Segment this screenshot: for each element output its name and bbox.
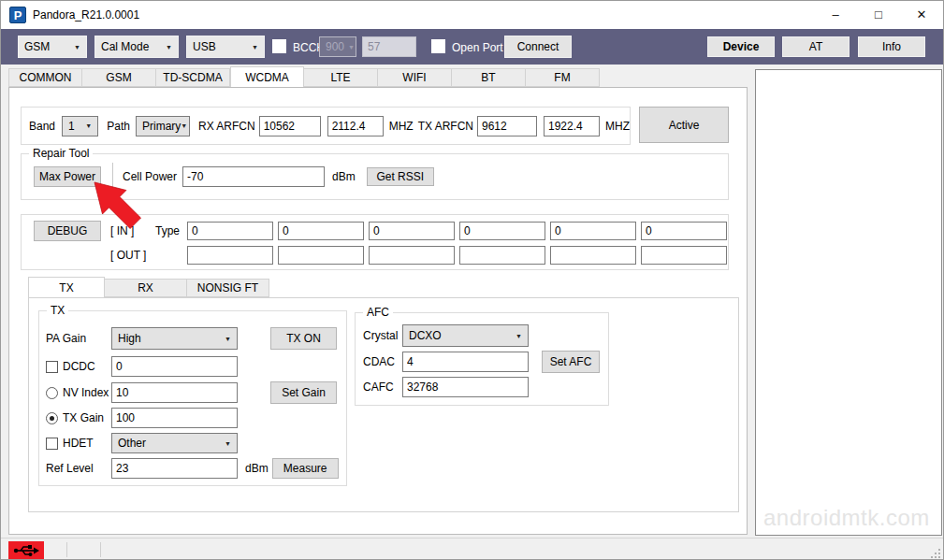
- tab-bt[interactable]: BT: [452, 68, 526, 87]
- ref-level-input[interactable]: [111, 458, 238, 479]
- set-afc-button[interactable]: Set AFC: [542, 351, 600, 373]
- chevron-down-icon: ▼: [166, 44, 172, 50]
- measure-button[interactable]: Measure: [272, 458, 339, 479]
- band-900-value: 900: [326, 40, 344, 53]
- tab-td-scdma[interactable]: TD-SCDMA: [156, 68, 230, 87]
- bcch-checkbox[interactable]: [272, 39, 286, 53]
- channel-field: 57: [362, 36, 416, 57]
- log-panel: androidmtk.com: [755, 69, 942, 536]
- connect-button[interactable]: Connect: [504, 36, 572, 58]
- get-rssi-button[interactable]: Get RSSI: [367, 167, 434, 186]
- hdet-checkbox[interactable]: [46, 438, 58, 450]
- tab-wifi[interactable]: WIFI: [378, 68, 452, 87]
- path-value: Primary: [142, 120, 181, 133]
- crystal-select[interactable]: DCXO ▼: [402, 324, 529, 347]
- debug-button[interactable]: DEBUG: [34, 221, 101, 241]
- active-button[interactable]: Active: [639, 107, 729, 143]
- max-power-button[interactable]: Max Power: [34, 166, 101, 187]
- port-select[interactable]: USB ▼: [186, 36, 265, 58]
- mode-select[interactable]: Cal Mode ▼: [94, 36, 179, 58]
- in-label: [ IN ]: [110, 224, 150, 237]
- tx-unit-label: MHZ: [605, 120, 630, 133]
- chevron-down-icon: ▼: [225, 336, 231, 342]
- nv-index-radio[interactable]: [46, 387, 58, 399]
- chevron-down-icon: ▼: [74, 44, 80, 50]
- info-button[interactable]: Info: [858, 36, 925, 57]
- band-900-select: 900 ▼: [319, 36, 356, 57]
- tab-gsm[interactable]: GSM: [82, 68, 156, 87]
- rx-arfcn-input[interactable]: [259, 116, 321, 136]
- set-gain-button[interactable]: Set Gain: [270, 381, 337, 404]
- tab-common[interactable]: COMMON: [8, 68, 82, 87]
- tx-freq-input[interactable]: [544, 116, 600, 136]
- debug-in-field[interactable]: [459, 222, 545, 240]
- subtab-tx[interactable]: TX: [28, 277, 105, 297]
- chevron-down-icon: ▼: [348, 44, 355, 50]
- path-select[interactable]: Primary ▼: [136, 116, 190, 136]
- network-select[interactable]: GSM ▼: [18, 36, 87, 58]
- resize-grip[interactable]: [931, 549, 940, 558]
- cdac-label: CDAC: [363, 355, 399, 368]
- debug-out-field[interactable]: [550, 246, 636, 265]
- open-port-checkbox[interactable]: [431, 39, 445, 53]
- chevron-down-icon: ▼: [85, 122, 92, 129]
- at-button[interactable]: AT: [782, 36, 850, 57]
- maximize-button[interactable]: □: [857, 1, 900, 29]
- band-select[interactable]: 1 ▼: [62, 116, 98, 136]
- status-bar: [1, 538, 943, 560]
- dcdc-checkbox[interactable]: [46, 361, 58, 373]
- debug-in-field[interactable]: [641, 222, 727, 240]
- out-label: [ OUT ]: [110, 249, 150, 262]
- tab-fm[interactable]: FM: [526, 68, 600, 87]
- watermark-text: androidmtk.com: [763, 505, 930, 531]
- band-label: Band: [29, 120, 55, 133]
- nv-index-input[interactable]: [111, 382, 238, 403]
- debug-in-field[interactable]: [369, 222, 455, 240]
- open-port-label: Open Port: [452, 41, 503, 54]
- tx-gain-input[interactable]: [111, 408, 238, 428]
- ref-level-label: Ref Level: [46, 462, 111, 475]
- pa-gain-select[interactable]: High ▼: [111, 327, 238, 350]
- type-label: Type: [155, 224, 180, 237]
- debug-out-field[interactable]: [369, 246, 455, 265]
- debug-in-field[interactable]: [550, 222, 636, 240]
- device-button[interactable]: Device: [707, 36, 775, 57]
- debug-in-field[interactable]: [187, 222, 273, 240]
- crystal-label: Crystal: [363, 329, 399, 342]
- tab-lte[interactable]: LTE: [304, 68, 378, 87]
- app-window: P Pandora_R21.0.0001 – □ ✕ GSM ▼ Cal Mod…: [0, 0, 944, 560]
- debug-out-field[interactable]: [641, 246, 727, 265]
- tx-on-button[interactable]: TX ON: [270, 327, 337, 350]
- subtab-nonsig-ft[interactable]: NONSIG FT: [187, 279, 269, 297]
- tx-group-title: TX: [47, 304, 68, 317]
- hdet-value: Other: [118, 437, 146, 450]
- network-select-value: GSM: [24, 40, 50, 53]
- band-arfcn-group: Band 1 ▼ Path Primary ▼ RX ARFCN MHZ TX …: [21, 107, 631, 145]
- dcdc-input[interactable]: [111, 356, 238, 377]
- band-value: 1: [68, 120, 75, 133]
- title-bar: P Pandora_R21.0.0001 – □ ✕: [1, 1, 943, 29]
- debug-out-field[interactable]: [187, 246, 273, 265]
- tx-group: TX PA Gain High ▼ TX ON DCDC NV I: [38, 310, 347, 486]
- close-button[interactable]: ✕: [900, 1, 943, 29]
- toolbar: GSM ▼ Cal Mode ▼ USB ▼ BCCH 900 ▼ 57 Ope…: [1, 29, 943, 65]
- cell-power-input[interactable]: [182, 166, 325, 187]
- debug-out-field[interactable]: [459, 246, 545, 265]
- debug-out-field[interactable]: [278, 246, 364, 265]
- cafc-input[interactable]: [402, 377, 529, 397]
- cdac-input[interactable]: [402, 352, 529, 372]
- chevron-down-icon: ▼: [225, 440, 231, 447]
- usb-status-indicator: [8, 541, 44, 560]
- hdet-select[interactable]: Other ▼: [111, 433, 238, 453]
- tab-wcdma[interactable]: WCDMA: [230, 66, 304, 87]
- nv-index-label: NV Index: [63, 386, 111, 399]
- subtab-rx[interactable]: RX: [105, 279, 187, 297]
- tx-gain-radio[interactable]: [46, 412, 58, 424]
- tx-gain-label: TX Gain: [63, 411, 111, 424]
- minimize-button[interactable]: –: [814, 1, 857, 29]
- path-label: Path: [107, 120, 130, 133]
- tx-arfcn-input[interactable]: [477, 116, 537, 136]
- debug-in-field[interactable]: [278, 222, 364, 240]
- crystal-value: DCXO: [409, 329, 442, 342]
- rx-freq-input[interactable]: [327, 116, 384, 136]
